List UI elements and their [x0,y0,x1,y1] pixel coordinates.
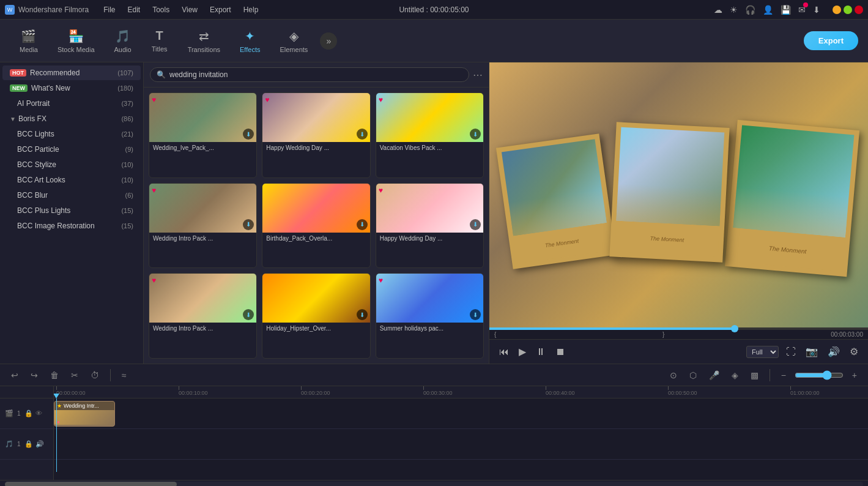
effect-card-3[interactable]: ♥ ⬇ Vacation Vibes Pack ... [376,92,484,178]
effect-card-1[interactable]: ♥ ⬇ Wedding_Ive_Pack_... [149,92,257,178]
duration-button[interactable]: ⏱ [87,368,103,383]
grid-view-icon[interactable]: ⋯ [473,69,483,81]
toolbar-transitions[interactable]: ⇄ Transitions [178,25,230,57]
toolbar-elements-label: Elements [280,46,308,53]
effect-card-2[interactable]: ♥ ⬇ Happy Wedding Day ... [262,92,370,178]
zoom-select[interactable]: Full 75% 50% 25% [746,346,779,358]
sidebar-item-bcc-blur[interactable]: BCC Blur (6) [2,188,141,203]
effect-fav-1[interactable]: ♥ [152,95,156,104]
download-overlay-8[interactable]: ⬇ [357,309,368,320]
sidebar-item-bcc-art-looks[interactable]: BCC Art Looks (10) [2,173,141,187]
fullscreen-button[interactable]: ⛶ [784,344,798,360]
toolbar-stock-media[interactable]: 🏪 Stock Media [48,25,105,57]
download-overlay-5[interactable]: ⬇ [357,219,368,230]
notification-icon[interactable]: ✉ [798,5,806,15]
stop-button[interactable]: ⏹ [553,344,568,360]
effect-fav-9[interactable]: ♥ [379,276,383,285]
clip-link-button[interactable]: ⬡ [686,368,700,383]
sidebar-item-recommended[interactable]: HOT Recommended (107) [2,65,141,80]
zoom-out-button[interactable]: − [777,368,790,383]
filter-button[interactable]: ▩ [747,368,762,383]
effect-fav-7[interactable]: ♥ [152,276,156,285]
render-button[interactable]: ◈ [728,368,742,383]
menu-view[interactable]: View [177,4,202,15]
search-input[interactable] [169,70,462,79]
search-input-wrap[interactable]: 🔍 [150,67,469,82]
preview-progress-bar[interactable] [489,327,868,330]
effect-fav-6[interactable]: ♥ [379,186,383,195]
close-button[interactable] [855,6,863,14]
minimize-button[interactable] [833,6,841,14]
menu-export[interactable]: Export [205,4,236,15]
undo-button[interactable]: ↩ [7,368,22,383]
toolbar-media[interactable]: 🎬 Media [10,25,48,57]
sidebar-item-bcc-stylize[interactable]: BCC Stylize (10) [2,157,141,172]
eye-icon-video[interactable]: 👁 [35,409,42,417]
cloud-icon[interactable]: ☁ [714,5,722,15]
sidebar-item-bcc-image-restoration[interactable]: BCC Image Restoration (15) [2,219,141,233]
cut-button[interactable]: ✂ [67,368,82,383]
download-overlay-6[interactable]: ⬇ [470,219,481,230]
effect-card-9[interactable]: ♥ ⬇ Summer holidays pac... [376,273,484,359]
preview-content: The Monment The Monment [489,62,868,327]
sidebar-item-bcc-plus-lights[interactable]: BCC Plus Lights (15) [2,203,141,218]
maximize-button[interactable] [844,6,852,14]
effect-fav-3[interactable]: ♥ [379,95,383,104]
sidebar-item-ai-portrait[interactable]: AI Portrait (37) [2,96,141,111]
effect-card-5[interactable]: ⬇ Birthday_Pack_Overla... [262,183,370,269]
lock-icon-audio[interactable]: 🔒 [24,440,33,448]
video-clip[interactable]: ★ Wedding Intr... ● [54,401,115,427]
download-overlay-1[interactable]: ⬇ [243,129,254,140]
user-icon[interactable]: 👤 [763,5,773,15]
zoom-in-button[interactable]: + [848,368,861,383]
sidebar-item-bcc-lights[interactable]: BCC Lights (21) [2,127,141,141]
download-overlay-2[interactable]: ⬇ [357,129,368,140]
toolbar-titles[interactable]: T Titles [141,25,178,56]
download-overlay-9[interactable]: ⬇ [470,309,481,320]
playhead[interactable] [56,398,57,472]
effect-thumb-4: ♥ ⬇ [149,184,256,233]
export-button[interactable]: Export [804,31,858,50]
effect-card-4[interactable]: ♥ ⬇ Wedding Intro Pack ... [149,183,257,269]
effect-card-6[interactable]: ♥ ⬇ Happy Wedding Day ... [376,183,484,269]
snap-button[interactable]: ⊙ [666,368,681,383]
headphone-icon[interactable]: 🎧 [745,5,755,15]
sidebar-item-boris-fx[interactable]: ▼ Boris FX (86) [2,111,141,126]
effect-card-7[interactable]: ♥ ⬇ Wedding Intro Pack ... [149,273,257,359]
settings-button[interactable]: ⚙ [847,343,861,360]
delete-button[interactable]: 🗑 [46,368,62,383]
menu-tools[interactable]: Tools [147,4,174,15]
menu-file[interactable]: File [98,4,120,15]
pause-button[interactable]: ⏸ [533,344,548,360]
play-button[interactable]: ▶ [516,343,529,360]
effect-card-8[interactable]: ⬇ Holiday_Hipster_Over... [262,273,370,359]
download-icon[interactable]: ⬇ [813,5,820,15]
snapshot-button[interactable]: 📷 [803,343,820,360]
redo-button[interactable]: ↪ [27,368,42,383]
effect-fav-4[interactable]: ♥ [152,186,156,195]
toolbar-elements[interactable]: ◈ Elements [270,25,317,57]
download-overlay-4[interactable]: ⬇ [243,219,254,230]
menu-edit[interactable]: Edit [123,4,146,15]
sun-icon[interactable]: ☀ [730,5,738,15]
timeline-scrollbar[interactable] [0,480,868,486]
sidebar-item-whats-new[interactable]: NEW What's New (180) [2,81,141,95]
toolbar-audio[interactable]: 🎵 Audio [105,25,141,57]
mic-button[interactable]: 🎤 [705,368,723,383]
volume-button[interactable]: 🔊 [825,343,842,360]
volume-icon-audio[interactable]: 🔊 [35,440,44,448]
download-overlay-3[interactable]: ⬇ [470,129,481,140]
toolbar-more-button[interactable]: » [320,32,337,50]
timeline-zoom-slider[interactable] [795,370,844,380]
menu-help[interactable]: Help [239,4,264,15]
effect-fav-2[interactable]: ♥ [265,95,269,104]
download-overlay-7[interactable]: ⬇ [243,309,254,320]
skip-back-button[interactable]: ⏮ [497,344,511,360]
save-icon[interactable]: 💾 [781,5,791,15]
toolbar-effects[interactable]: ✦ Effects [230,25,270,57]
audio-eq-button[interactable]: ≈ [118,368,130,383]
sidebar-item-bcc-particle[interactable]: BCC Particle (9) [2,142,141,157]
lock-icon-video[interactable]: 🔒 [24,409,33,417]
timeline-main[interactable]: 00:00:00:00 00:00:10:00 00:00:20:00 00:0… [54,386,868,480]
scrollbar-thumb[interactable] [5,482,177,486]
